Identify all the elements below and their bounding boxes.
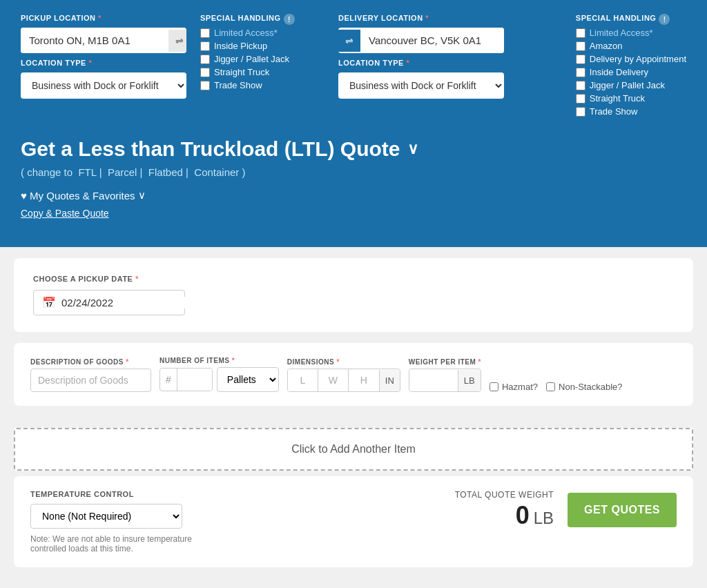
get-quotes-button[interactable]: GET QUOTES xyxy=(568,493,677,527)
date-input[interactable] xyxy=(61,297,193,308)
temp-control-label: TEMPERATURE CONTROL xyxy=(30,490,210,498)
my-quotes-button[interactable]: ♥ My Quotes & Favorites ∨ xyxy=(21,189,146,202)
delivery-appointment-item[interactable]: Delivery by Appointment xyxy=(576,54,686,64)
non-stackable-option[interactable]: Non-Stackable? xyxy=(546,382,623,392)
pickup-location-input-wrapper: ⇌ xyxy=(21,28,186,53)
delivery-inside-label: Inside Delivery xyxy=(590,67,648,77)
ftl-link[interactable]: FTL xyxy=(78,166,96,178)
pickup-straight-truck-label: Straight Truck xyxy=(214,67,269,77)
delivery-inside-checkbox[interactable] xyxy=(576,68,585,77)
date-picker-card: CHOOSE A PICKUP DATE * 📅 xyxy=(14,258,693,332)
delivery-amazon-checkbox[interactable] xyxy=(576,41,585,51)
weight-label: WEIGHT PER ITEM * xyxy=(409,358,481,366)
dimension-w-input[interactable] xyxy=(318,369,349,391)
number-input[interactable] xyxy=(177,369,212,391)
delivery-straight-truck-label: Straight Truck xyxy=(590,93,645,104)
special-handling-delivery-label: SPECIAL HANDLING xyxy=(576,14,657,22)
delivery-location-input[interactable] xyxy=(360,28,504,53)
quote-title-chevron[interactable]: ∨ xyxy=(407,140,418,158)
number-items-group: NUMBER OF ITEMS * # Pallets Crates Boxes… xyxy=(159,357,279,392)
pickup-trade-show-item[interactable]: Trade Show xyxy=(200,80,311,90)
delivery-amazon-item[interactable]: Amazon xyxy=(576,41,686,51)
dimensions-group: DIMENSIONS * IN xyxy=(287,358,400,392)
special-handling-pickup: SPECIAL HANDLING ! Limited Access* Insid… xyxy=(200,14,311,90)
hash-icon: # xyxy=(160,369,177,391)
pickup-straight-truck-checkbox[interactable] xyxy=(200,68,210,77)
temp-control-select[interactable]: None (Not Required) Protect from Freeze … xyxy=(30,504,182,529)
special-handling-pickup-label: SPECIAL HANDLING xyxy=(200,14,281,22)
non-stackable-label: Non-Stackable? xyxy=(559,382,623,392)
items-form-row: DESCRIPTION OF GOODS * NUMBER OF ITEMS *… xyxy=(30,357,677,392)
date-picker-label: CHOOSE A PICKUP DATE * xyxy=(33,275,674,283)
delivery-inside-item[interactable]: Inside Delivery xyxy=(576,67,686,77)
pickup-limited-access-checkbox[interactable] xyxy=(200,28,210,38)
hazmat-option[interactable]: Hazmat? xyxy=(490,382,538,392)
total-weight-unit: LB xyxy=(534,509,554,528)
my-quotes-chevron-icon: ∨ xyxy=(138,189,146,202)
temp-control-note: Note: We are not able to insure temperat… xyxy=(30,534,210,553)
calendar-icon: 📅 xyxy=(42,296,56,309)
temperature-control-group: TEMPERATURE CONTROL None (Not Required) … xyxy=(30,490,210,553)
non-stackable-checkbox[interactable] xyxy=(546,382,555,391)
delivery-amazon-label: Amazon xyxy=(590,41,623,51)
pickup-location-label: PICKUP LOCATION * xyxy=(21,14,186,22)
pickup-location-input[interactable] xyxy=(21,28,168,53)
delivery-jigger-item[interactable]: Jigger / Pallet Jack xyxy=(576,80,686,90)
flatbed-link[interactable]: Flatbed xyxy=(148,166,183,178)
copy-paste-link[interactable]: Copy & Paste Quote xyxy=(21,208,109,219)
pickup-inside-checkbox[interactable] xyxy=(200,41,210,51)
delivery-straight-truck-checkbox[interactable] xyxy=(576,94,585,104)
dimensions-label: DIMENSIONS * xyxy=(287,358,400,366)
items-card: DESCRIPTION OF GOODS * NUMBER OF ITEMS *… xyxy=(14,343,693,406)
number-input-wrapper: # xyxy=(159,368,213,391)
special-handling-delivery: SPECIAL HANDLING ! Limited Access* Amazo… xyxy=(576,14,686,117)
number-items-label: NUMBER OF ITEMS * xyxy=(159,357,279,364)
special-handling-delivery-info[interactable]: ! xyxy=(659,14,670,25)
pickup-straight-truck-item[interactable]: Straight Truck xyxy=(200,67,311,77)
delivery-trade-show-checkbox[interactable] xyxy=(576,107,585,117)
delivery-straight-truck-item[interactable]: Straight Truck xyxy=(576,93,686,104)
pickup-trade-show-checkbox[interactable] xyxy=(200,81,210,90)
delivery-trade-show-label: Trade Show xyxy=(590,106,638,117)
pickup-inside-item[interactable]: Inside Pickup xyxy=(200,41,311,51)
pickup-location-type-select[interactable]: Business with Dock or Forklift Business … xyxy=(21,72,186,99)
weight-unit-label: LB xyxy=(458,370,481,391)
delivery-appointment-label: Delivery by Appointment xyxy=(590,54,686,64)
weight-input[interactable] xyxy=(409,369,458,391)
description-label: DESCRIPTION OF GOODS * xyxy=(30,358,151,366)
delivery-limited-access-link[interactable]: Limited Access* xyxy=(590,28,653,38)
container-link[interactable]: Container xyxy=(194,166,239,178)
delivery-location-type-select[interactable]: Business with Dock or Forklift Business … xyxy=(338,72,504,99)
description-input[interactable] xyxy=(30,369,151,392)
delivery-swap-button[interactable]: ⇌ xyxy=(338,30,360,52)
pickup-limited-access-item[interactable]: Limited Access* xyxy=(200,28,311,38)
delivery-jigger-checkbox[interactable] xyxy=(576,81,585,90)
date-input-wrapper: 📅 xyxy=(33,290,185,315)
bottom-row: TEMPERATURE CONTROL None (Not Required) … xyxy=(14,476,693,567)
swap-locations-button[interactable]: ⇌ xyxy=(168,30,186,52)
dimension-l-input[interactable] xyxy=(288,369,318,391)
pickup-limited-access-link[interactable]: Limited Access* xyxy=(214,28,278,38)
delivery-location-input-wrapper: ⇌ xyxy=(338,28,504,53)
dimension-h-input[interactable] xyxy=(349,369,379,391)
hazmat-label: Hazmat? xyxy=(502,382,538,392)
delivery-location-label: DELIVERY LOCATION * xyxy=(338,14,504,22)
pickup-jigger-checkbox[interactable] xyxy=(200,55,210,64)
add-item-button[interactable]: Click to Add Another Item xyxy=(14,428,693,471)
pallets-select[interactable]: Pallets Crates Boxes Pieces xyxy=(217,367,279,392)
weight-input-wrapper: LB xyxy=(409,369,481,392)
quote-title: Get a Less than Truckload (LTL) Quote ∨ xyxy=(21,137,686,161)
delivery-trade-show-item[interactable]: Trade Show xyxy=(576,106,686,117)
pickup-trade-show-label: Trade Show xyxy=(214,80,262,90)
quote-subtitle: ( change to FTL | Parcel | Flatbed | Con… xyxy=(21,166,686,178)
parcel-link[interactable]: Parcel xyxy=(108,166,137,178)
description-group: DESCRIPTION OF GOODS * xyxy=(30,358,151,392)
special-handling-pickup-info[interactable]: ! xyxy=(284,14,295,25)
delivery-limited-access-checkbox[interactable] xyxy=(576,28,585,38)
quote-weight-row: TOTAL QUOTE WEIGHT 0 LB GET QUOTES xyxy=(455,490,677,530)
total-weight-value: 0 xyxy=(516,501,530,530)
hazmat-checkbox[interactable] xyxy=(490,382,498,391)
pickup-jigger-item[interactable]: Jigger / Pallet Jack xyxy=(200,54,311,64)
delivery-appointment-checkbox[interactable] xyxy=(576,55,585,64)
delivery-limited-access-item[interactable]: Limited Access* xyxy=(576,28,686,38)
